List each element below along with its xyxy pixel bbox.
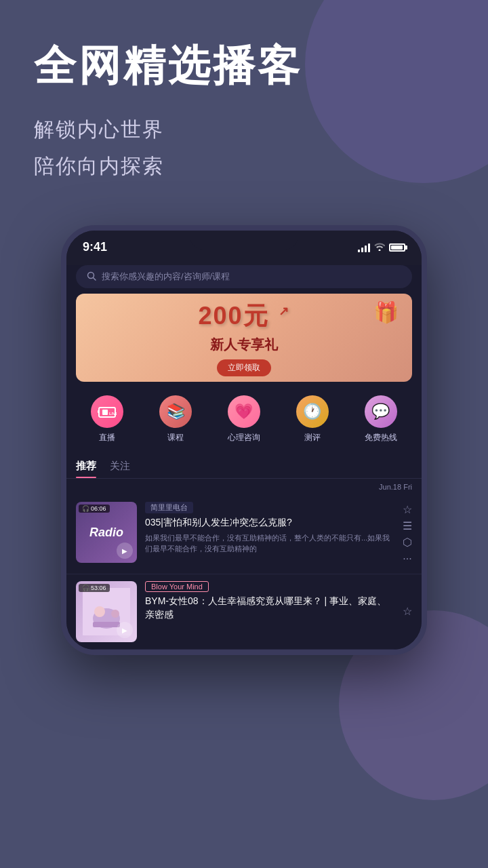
bookmark-icon-1[interactable]: ☆ [403,505,412,515]
course-label: 课程 [167,432,184,443]
banner-main-text: 200元 ↗ [198,300,289,333]
consult-icon: 💗 [228,395,260,428]
svg-point-8 [94,606,105,617]
search-icon [87,271,96,283]
search-bar[interactable]: 搜索你感兴趣的内容/咨询师/课程 [76,265,412,288]
signal-bar-1 [358,250,360,252]
podcast-thumb-2: 🎧 53:06 ▶ [76,581,137,642]
category-consult[interactable]: 💗 心理咨询 [228,395,260,443]
svg-rect-5 [98,410,100,413]
signal-bar-2 [361,248,363,252]
hero-subtitle-line2: 陪你向内探索 [34,148,454,184]
phone-content: 搜索你感兴趣的内容/咨询师/课程 200元 ↗ 新人专享礼 立即领取 🎁 [66,265,422,650]
course-icon: 📚 [159,395,192,428]
signal-bar-4 [368,243,370,252]
bookmark-icon-2[interactable]: ☆ [403,606,412,617]
tabs: 推荐 关注 [66,452,422,479]
banner-sub-text: 新人专享礼 [198,336,289,354]
svg-line-1 [94,277,96,280]
duration-badge-2: 🎧 53:06 [79,584,110,592]
banner-arrow: ↗ [279,304,290,318]
notch [190,231,298,250]
more-icon-1[interactable]: ··· [403,553,411,564]
category-course[interactable]: 📚 课程 [159,395,192,443]
podcast-desc-1: 如果我们最早不能合作，没有互助精神的话，整个人类的不能只有...如果我们最早不能… [145,532,394,555]
category-hotline[interactable]: 💬 免费热线 [365,395,397,443]
hero-subtitle-line1: 解锁内心世界 [34,111,454,148]
battery-fill [391,245,403,250]
hotline-label: 免费热线 [365,432,397,443]
date-label: Jun.18 Fri [66,479,422,495]
banner-claim-button[interactable]: 立即领取 [217,359,271,376]
banner-decoration: 🎁 [373,300,399,324]
svg-rect-10 [93,622,120,627]
tab-recommend[interactable]: 推荐 [76,457,96,478]
menu-icon-1[interactable]: ☰ [403,521,412,532]
podcast-channel-2: Blow Your Mind [145,581,209,592]
podcast-title-1: 035|害怕和别人发生冲突怎么克服? [145,516,394,530]
podcast-info-2: Blow Your Mind BYM-女性08：人生幸福感究竟从哪里来？ | 事… [145,581,394,642]
banner[interactable]: 200元 ↗ 新人专享礼 立即领取 🎁 [76,294,412,382]
phone-wrapper: 9:41 [0,225,488,655]
banner-content: 200元 ↗ 新人专享礼 立即领取 [198,300,289,376]
podcast-actions-1: ☆ ☰ ⬡ ··· [403,502,412,567]
podcast-actions-2: ☆ [403,581,412,642]
hero-section: 全网精选播客 解锁内心世界 陪你向内探索 [0,0,488,212]
podcast-title-2: BYM-女性08：人生幸福感究竟从哪里来？ | 事业、家庭、亲密感 [145,595,394,621]
wifi-icon [374,242,385,253]
svg-point-9 [111,610,119,618]
hotline-icon: 💬 [365,395,397,428]
signal-bars-icon [358,243,370,252]
hero-title: 全网精选播客 [34,41,454,91]
battery-icon [389,243,405,252]
status-icons [358,242,405,253]
live-label: 直播 [99,432,115,443]
hero-subtitle: 解锁内心世界 陪你向内探索 [34,111,454,184]
radio-text: Radio [89,526,123,540]
podcast-info-1: 简里里电台 035|害怕和别人发生冲突怎么克服? 如果我们最早不能合作，没有互助… [145,502,394,567]
podcast-channel-1: 简里里电台 [145,502,193,513]
svg-text:LIVE: LIVE [109,412,117,416]
search-placeholder: 搜索你感兴趣的内容/咨询师/课程 [102,271,230,283]
phone-mockup: 9:41 [61,225,427,655]
tab-follow[interactable]: 关注 [110,457,130,478]
podcast-thumb-1: Radio 🎧 06:06 ▶ [76,502,137,563]
podcast-item-1[interactable]: Radio 🎧 06:06 ▶ 简里里电台 035|害怕和别人发生冲突怎么克服?… [66,495,422,574]
test-icon: 🕐 [296,395,329,428]
status-time: 9:41 [83,240,107,254]
category-live[interactable]: LIVE 直播 [91,395,123,443]
consult-label: 心理咨询 [228,432,260,443]
live-icon: LIVE [91,395,123,428]
test-label: 测评 [304,432,321,443]
category-test[interactable]: 🕐 测评 [296,395,329,443]
share-icon-1[interactable]: ⬡ [403,537,412,548]
podcast-item-2[interactable]: 🎧 53:06 ▶ Blow Your Mind BYM-女性08：人生幸福感究… [66,574,422,650]
categories: LIVE 直播 📚 课程 💗 心理咨询 🕐 测评 [66,387,422,452]
duration-badge-1: 🎧 06:06 [79,505,110,513]
signal-bar-3 [365,245,367,252]
status-bar: 9:41 [66,231,422,260]
svg-rect-3 [102,410,108,415]
